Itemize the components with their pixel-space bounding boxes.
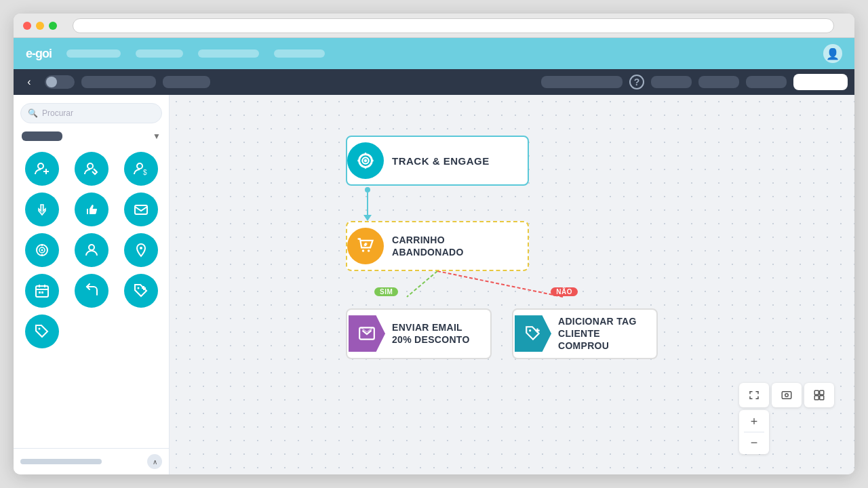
svg-text:$: $ bbox=[143, 169, 147, 176]
svg-point-10 bbox=[41, 249, 43, 251]
screenshot-button[interactable] bbox=[772, 383, 802, 407]
avatar-icon: 👤 bbox=[826, 47, 840, 60]
nav-item-4[interactable] bbox=[274, 49, 325, 58]
back-button[interactable]: ‹ bbox=[20, 73, 38, 91]
close-button[interactable] bbox=[23, 22, 31, 30]
svg-line-37 bbox=[407, 271, 437, 297]
svg-rect-45 bbox=[814, 390, 818, 394]
nav-item-2[interactable] bbox=[136, 49, 183, 58]
svg-rect-7 bbox=[135, 205, 147, 214]
sidebar-bottom: ∧ bbox=[14, 448, 169, 474]
app-header: e-goi 👤 bbox=[14, 38, 854, 69]
toolbar-btn-accent[interactable] bbox=[793, 74, 848, 90]
nav-item-1[interactable] bbox=[66, 49, 121, 58]
sidebar-search: 🔍 Procurar bbox=[14, 95, 169, 129]
sidebar-item-add-contact[interactable] bbox=[25, 152, 59, 186]
toolbar-btn-3[interactable] bbox=[746, 76, 787, 88]
fit-screen-button[interactable] bbox=[739, 383, 769, 407]
icon-grid: $ bbox=[20, 149, 162, 351]
category-arrow-icon: ▼ bbox=[153, 131, 161, 141]
svg-point-40 bbox=[529, 329, 531, 331]
toolbar-btn-1[interactable] bbox=[651, 76, 692, 88]
svg-point-14 bbox=[140, 247, 142, 249]
toolbar-breadcrumb-2 bbox=[163, 76, 210, 88]
tag-action-icon bbox=[515, 315, 551, 352]
sidebar-item-calendar[interactable] bbox=[25, 274, 59, 308]
toolbar-btn-2[interactable] bbox=[698, 76, 739, 88]
svg-point-27 bbox=[364, 159, 368, 163]
branch-sim-badge: SIM bbox=[374, 285, 398, 297]
avatar[interactable]: 👤 bbox=[823, 44, 842, 63]
branch-nao-badge: NÃO bbox=[551, 285, 578, 297]
toolbar-breadcrumb-1 bbox=[81, 76, 156, 88]
category-label bbox=[22, 131, 62, 141]
toolbar-status bbox=[541, 76, 623, 88]
flow-container: TRACK & ENGAGE bbox=[346, 136, 658, 359]
search-icon: 🔍 bbox=[28, 108, 38, 118]
svg-point-21 bbox=[137, 287, 139, 289]
search-placeholder: Procurar bbox=[42, 108, 73, 118]
browser-window: e-goi 👤 ‹ ? 🔍 Procur bbox=[14, 14, 854, 474]
address-bar[interactable] bbox=[73, 18, 834, 33]
svg-rect-46 bbox=[820, 390, 824, 394]
toggle-switch[interactable] bbox=[45, 75, 75, 89]
sidebar-icons: $ bbox=[14, 146, 169, 448]
carrinho-icon bbox=[347, 228, 384, 264]
nav-item-3[interactable] bbox=[198, 49, 259, 58]
minimize-button[interactable] bbox=[36, 22, 44, 30]
sidebar-item-like[interactable] bbox=[75, 192, 108, 226]
svg-rect-47 bbox=[814, 396, 818, 400]
sidebar-item-add-tag[interactable] bbox=[124, 274, 158, 308]
sidebar-scrollbar[interactable] bbox=[20, 459, 102, 464]
maximize-button[interactable] bbox=[49, 22, 57, 30]
sidebar-item-trigger[interactable] bbox=[25, 192, 59, 226]
sidebar-category[interactable]: ▼ bbox=[14, 129, 169, 146]
svg-point-5 bbox=[137, 163, 142, 169]
canvas-controls: + − bbox=[739, 383, 834, 454]
sidebar-item-tag[interactable] bbox=[25, 314, 59, 348]
search-box[interactable]: 🔍 Procurar bbox=[20, 103, 162, 123]
sidebar-item-edit-contact[interactable] bbox=[75, 152, 108, 186]
zoom-out-button[interactable]: − bbox=[742, 434, 766, 451]
svg-rect-20 bbox=[41, 291, 43, 293]
app-toolbar: ‹ ? bbox=[14, 69, 854, 95]
zoom-controls: + − bbox=[739, 410, 769, 454]
track-engage-icon bbox=[347, 142, 384, 179]
sidebar-item-email[interactable] bbox=[124, 192, 158, 226]
svg-point-0 bbox=[38, 163, 43, 169]
sidebar-item-segment[interactable] bbox=[75, 233, 108, 267]
node-track-engage[interactable]: TRACK & ENGAGE bbox=[346, 136, 529, 186]
app-body: 🔍 Procurar ▼ bbox=[14, 95, 854, 474]
node-carrinho-abandonado[interactable]: CARRINHO ABANDONADO bbox=[346, 221, 529, 271]
svg-rect-19 bbox=[39, 291, 41, 293]
collapse-button[interactable]: ∧ bbox=[147, 454, 162, 469]
browser-titlebar bbox=[14, 14, 854, 38]
view-controls-row bbox=[739, 383, 834, 407]
svg-point-32 bbox=[362, 249, 365, 252]
tag-action-label: ADICIONAR TAG CLIENTE COMPROU bbox=[558, 315, 647, 352]
zoom-in-button[interactable]: + bbox=[742, 413, 766, 430]
collapse-icon: ∧ bbox=[153, 458, 157, 466]
svg-point-44 bbox=[785, 394, 789, 397]
carrinho-label: CARRINHO ABANDONADO bbox=[392, 234, 464, 258]
svg-point-33 bbox=[368, 249, 370, 252]
track-engage-label: TRACK & ENGAGE bbox=[392, 155, 490, 167]
sidebar-item-location[interactable] bbox=[124, 233, 158, 267]
svg-point-24 bbox=[38, 328, 40, 330]
layout-button[interactable] bbox=[804, 383, 834, 407]
svg-line-38 bbox=[437, 271, 563, 297]
help-button[interactable]: ? bbox=[629, 75, 644, 89]
svg-line-4 bbox=[94, 169, 96, 171]
sidebar-item-track-engage[interactable] bbox=[25, 233, 59, 267]
node-enviar-email[interactable]: ENVIAR EMAIL 20% DESCONTO bbox=[346, 308, 492, 359]
app-logo: e-goi bbox=[26, 47, 52, 61]
sidebar-item-monetize[interactable]: $ bbox=[124, 152, 158, 186]
node-adicionar-tag[interactable]: ADICIONAR TAG CLIENTE COMPROU bbox=[512, 308, 658, 359]
svg-rect-48 bbox=[820, 396, 824, 400]
canvas-area[interactable]: TRACK & ENGAGE bbox=[170, 95, 854, 474]
svg-rect-43 bbox=[782, 392, 791, 399]
sidebar-item-reply[interactable] bbox=[75, 274, 108, 308]
svg-point-3 bbox=[87, 163, 93, 169]
sidebar: 🔍 Procurar ▼ bbox=[14, 95, 170, 474]
toolbar-right: ? bbox=[541, 74, 848, 90]
